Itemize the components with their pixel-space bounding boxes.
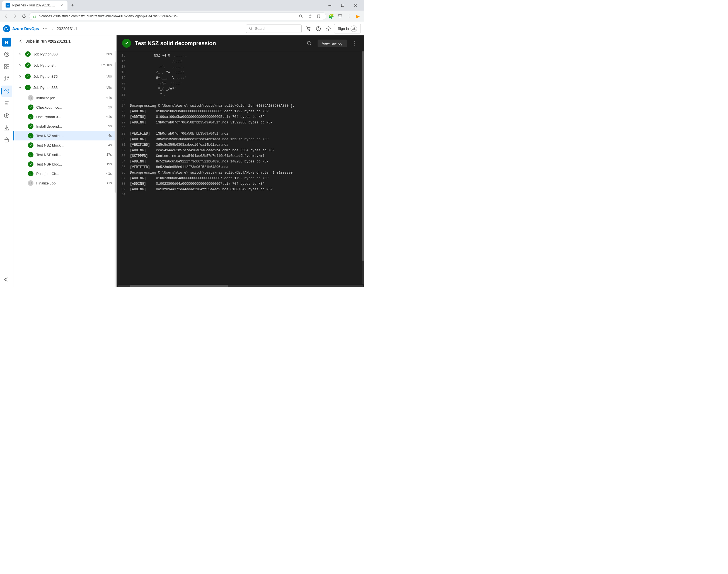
ado-logo[interactable]: Azure DevOps (3, 25, 39, 32)
address-bar[interactable]: nicoboss.visualstudio.com/nsz/_build/res… (29, 12, 326, 20)
ado-settings-button[interactable] (324, 24, 333, 33)
step-test-nsz-solid[interactable]: ✓ Test NSZ solid ... 4s (13, 131, 116, 140)
log-line-text: [ADDING] 0a13f894a372ea4edad2184ff55e4ec… (130, 188, 364, 192)
step-duration-test-nsp-bloc: 19s (107, 162, 112, 166)
profile-icon[interactable]: 🛡 (336, 12, 344, 20)
svg-point-13 (45, 28, 45, 29)
job-expand-python318[interactable] (18, 63, 22, 68)
log-line-number: 22 (117, 93, 130, 97)
sidebar-item-boards[interactable] (1, 61, 12, 72)
sidebar-item-release[interactable] (1, 122, 12, 133)
step-status-test-nsp-soli: ✓ (28, 152, 34, 157)
job-item-python360[interactable]: ✓ Job Python360 58s (13, 48, 116, 59)
maximize-button[interactable] (336, 0, 349, 11)
log-line-text: .=', ;:;;;, (130, 65, 364, 69)
step-finalize-job[interactable]: Finalize Job <1s (13, 178, 116, 188)
ado-breadcrumb: 20220131.1 (56, 27, 77, 31)
job-item-python318[interactable]: ✓ Job Python3... 1m 18s (13, 59, 116, 71)
menu-icon[interactable] (345, 12, 353, 20)
bookmark-icon[interactable] (315, 12, 322, 20)
search-address-icon[interactable] (297, 12, 305, 20)
sidebar-collapse-button[interactable] (1, 274, 12, 285)
step-install-deps[interactable]: ✓ Install depend... 9s (13, 121, 116, 131)
ado-cart-button[interactable] (304, 24, 313, 33)
svg-rect-34 (5, 103, 7, 104)
log-line: 20 _(\= ;:;;;' (117, 81, 364, 87)
step-status-install-deps: ✓ (28, 123, 34, 129)
jobs-list: ✓ Job Python360 58s ✓ Job Python3... 1m … (13, 47, 116, 287)
ado-logo-text: Azure DevOps (12, 27, 39, 31)
jobs-panel: Jobs in run #20220131.1 ✓ Job Python360 … (13, 35, 117, 287)
log-line: 40 (117, 193, 364, 198)
job-expand-python376[interactable] (18, 74, 22, 79)
address-text: nicoboss.visualstudio.com/nsz/_build/res… (39, 14, 295, 18)
log-line: 33[SKIPPED] Content meta cca5494ac62b57e… (117, 154, 364, 159)
job-expand-python383[interactable] (18, 85, 22, 90)
minimize-button[interactable] (323, 0, 336, 11)
svg-point-25 (6, 53, 7, 55)
step-duration-checkout: 2s (108, 105, 112, 109)
svg-point-18 (309, 30, 310, 30)
sidebar-item-overview[interactable] (1, 49, 12, 60)
log-line: 34[ADDING] 8c523a6c658e9112f73c06f521b64… (117, 159, 364, 165)
svg-point-40 (30, 182, 32, 184)
sidebar-item-artifacts[interactable] (1, 110, 12, 121)
forward-button[interactable] (11, 12, 19, 20)
ado-more-button[interactable] (41, 25, 49, 33)
log-vertical-scrollbar-track (362, 51, 364, 284)
step-test-nsp-bloc[interactable]: ✓ Test NSP bloc... 19s (13, 159, 116, 169)
extensions2-icon[interactable]: ▶ (354, 12, 362, 20)
job-item-python383[interactable]: ✓ Job Python383 59s (13, 82, 116, 93)
job-status-python360: ✓ (25, 51, 31, 57)
browser-chrome: D Pipelines - Run 20220131.1 logs ✕ + (0, 0, 364, 22)
new-tab-button[interactable]: + (69, 1, 76, 9)
org-badge[interactable]: N (2, 38, 11, 46)
back-button[interactable] (2, 12, 10, 20)
step-use-python[interactable]: ✓ Use Python 3... <1s (13, 112, 116, 121)
log-line-text: [ADDING] 13b0cfab07cf706a50bfbb35d9a0451… (130, 121, 364, 125)
svg-point-39 (30, 97, 32, 99)
jobs-back-button[interactable] (18, 39, 23, 44)
svg-point-32 (5, 80, 6, 81)
step-test-nsz-block[interactable]: ✓ Test NSZ block... 4s (13, 140, 116, 150)
sidebar-item-pipelines[interactable] (1, 86, 12, 97)
close-button[interactable] (349, 0, 362, 11)
sign-in-button[interactable]: Sign in (334, 24, 361, 33)
svg-line-8 (301, 17, 303, 18)
tab-close-button[interactable]: ✕ (59, 3, 64, 8)
log-line: 37[ADDING] 010023800d64a0000000000000000… (117, 176, 364, 182)
job-duration-python376: 58s (107, 74, 112, 78)
window-controls (323, 0, 362, 11)
ado-search-icon (249, 27, 253, 30)
log-bottom-scrollbar[interactable] (117, 284, 364, 287)
active-tab[interactable]: D Pipelines - Run 20220131.1 logs ✕ (2, 1, 68, 10)
step-checkout[interactable]: ✓ Checkout nico... 2s (13, 102, 116, 112)
reload-button[interactable] (20, 12, 28, 20)
log-line-text: [ADDING] cca5494ac62b57e7e410e61a6cead9b… (130, 149, 364, 153)
job-expand-python360[interactable] (18, 52, 22, 56)
log-line-number: 21 (117, 87, 130, 91)
sidebar-item-testplans[interactable] (1, 98, 12, 109)
job-duration-python383: 59s (107, 86, 112, 89)
step-initialize-job[interactable]: Initialize job <1s (13, 93, 116, 102)
log-line-text: [ADDING] 010023800d64a000000000000000000… (130, 176, 364, 180)
sidebar-item-packages[interactable] (1, 134, 12, 146)
svg-rect-33 (5, 101, 9, 102)
extensions-icon[interactable]: 🧩 (327, 12, 335, 20)
log-search-button[interactable] (305, 39, 314, 48)
step-name-post-job: Post-job: Ch... (36, 172, 104, 176)
step-duration-test-nsz-block: 4s (108, 143, 112, 147)
step-status-checkout: ✓ (28, 105, 34, 110)
step-post-job[interactable]: ✓ Post-job: Ch... <1s (13, 169, 116, 178)
log-line-text: [ADDING] 8c523a6c658e9112f73c06f521b6489… (130, 160, 364, 164)
view-raw-log-button[interactable]: View raw log (317, 40, 347, 47)
sidebar-item-repos[interactable] (1, 73, 12, 84)
share-icon[interactable] (306, 12, 314, 20)
log-line: 19 @=:__, \,;;;;' (117, 76, 364, 81)
log-content[interactable]: 15 NSZ v4.0 ,;:;;;,16 ;;;;;17 .=', ;:;;;… (117, 51, 364, 284)
step-test-nsp-soli[interactable]: ✓ Test NSP soli... 17s (13, 150, 116, 159)
ado-search-bar[interactable]: Search (246, 25, 302, 33)
ado-help-button[interactable] (314, 24, 323, 33)
log-more-button[interactable] (351, 39, 358, 47)
job-item-python376[interactable]: ✓ Job Python376 58s (13, 71, 116, 82)
